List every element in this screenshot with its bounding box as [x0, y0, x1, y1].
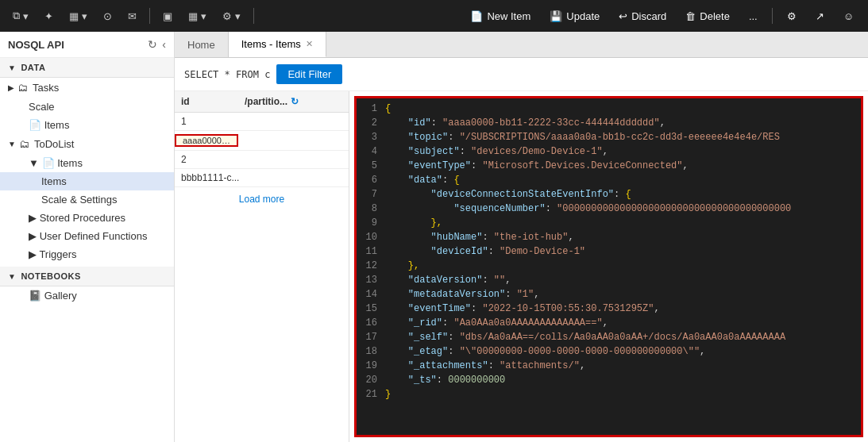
json-line-21: 21 } — [357, 387, 861, 402]
sidebar-header-icons: ↻ ‹ — [148, 38, 166, 51]
tab-close-icon[interactable]: ✕ — [306, 39, 313, 49]
settings-left-button[interactable]: ▣ — [156, 7, 179, 25]
sidebar-title: NOSQL API — [8, 39, 64, 51]
json-line-6: 6 "data": { — [357, 173, 861, 187]
share-icon: ↗ — [816, 10, 824, 22]
json-line-3: 3 "topic": "/SUBSCRIPTIONS/aaaa0a0a-bb1b… — [357, 130, 861, 144]
row-3-partition — [262, 172, 349, 183]
content-area: Home Items - Items ✕ SELECT * FROM c Edi… — [175, 32, 868, 442]
json-line-11: 11 "deviceId": "Demo-Device-1" — [357, 244, 861, 259]
discard-button[interactable]: ↩ Discard — [611, 7, 674, 25]
notebooks-chevron: ▼ — [8, 272, 16, 281]
filter-sql-text: SELECT * FROM c — [184, 69, 270, 80]
gear-right-button[interactable]: ⚙ — [779, 7, 804, 25]
sidebar-item-tasks[interactable]: ▶ 🗂 Tasks — [0, 78, 174, 98]
sidebar-item-udf[interactable]: ▶ User Defined Functions — [0, 227, 174, 245]
load-more-button[interactable]: Load more — [175, 187, 349, 211]
table-row[interactable]: aaaa0000-b... — [175, 131, 349, 151]
sidebar-item-stored-procedures[interactable]: ▶ Stored Procedures — [0, 209, 174, 227]
refresh-table-icon[interactable]: ↻ — [291, 96, 299, 107]
tasks-items-icon: 📄 — [29, 119, 41, 131]
sidebar-header: NOSQL API ↻ ‹ — [0, 32, 174, 58]
json-line-10: 10 "hubName": "the-iot-hub", — [357, 230, 861, 244]
copy-icon: ⧉ — [13, 10, 20, 22]
selected-row-id: aaaa0000-b... — [175, 134, 238, 147]
star-button[interactable]: ✦ — [38, 7, 60, 25]
layout2-button[interactable]: ▦ ▾ — [182, 7, 213, 25]
tabs-bar: Home Items - Items ✕ — [175, 32, 868, 58]
edit-filter-button[interactable]: Edit Filter — [276, 64, 342, 84]
sidebar-notebooks-section[interactable]: ▼ NOTEBOOKS — [0, 267, 174, 286]
data-area: id /partitio... ↻ 1 aaaa0000-b... — [175, 91, 868, 442]
gallery-icon: 📓 — [29, 290, 41, 302]
toolbar-sep-3 — [772, 8, 773, 24]
refresh-icon[interactable]: ↻ — [148, 38, 157, 51]
update-button[interactable]: 💾 Update — [542, 7, 608, 25]
face-icon: ☺ — [843, 10, 854, 22]
toolbar-sep-2 — [253, 8, 254, 24]
gear-right-icon: ⚙ — [787, 10, 797, 22]
layout2-icon: ▦ — [188, 10, 198, 22]
gear-left-button[interactable]: ⚙ ▾ — [216, 7, 247, 25]
new-item-button[interactable]: 📄 New Item — [462, 7, 538, 25]
update-icon: 💾 — [550, 10, 562, 22]
github-button[interactable]: ⊙ — [97, 7, 118, 25]
json-line-9: 9 }, — [357, 216, 861, 230]
main-area: NOSQL API ↻ ‹ ▼ DATA ▶ 🗂 Tasks Scale 📄 I… — [0, 32, 868, 442]
share-button[interactable]: ↗ — [808, 7, 832, 25]
tab-home[interactable]: Home — [175, 32, 229, 57]
copy-button[interactable]: ⧉ ▾ — [6, 6, 35, 25]
toolbar-sep-1 — [149, 8, 150, 24]
table-row[interactable]: 1 — [175, 113, 349, 131]
partition-column-header: /partitio... ↻ — [238, 96, 349, 107]
sidebar-item-todolist[interactable]: ▼ 🗂 ToDoList — [0, 134, 174, 154]
new-item-icon: 📄 — [470, 10, 483, 22]
table-header: id /partitio... ↻ — [175, 91, 349, 113]
json-line-2: 2 "id": "aaaa0000-bb11-2222-33cc-444444d… — [357, 116, 861, 130]
json-line-4: 4 "subject": "devices/Demo-Device-1", — [357, 144, 861, 159]
json-content: 1 { 2 "id": "aaaa0000-bb11-2222-33cc-444… — [357, 98, 861, 435]
json-line-19: 19 "_attachments": "attachments/", — [357, 359, 861, 373]
sp-chevron: ▶ — [29, 212, 37, 224]
sidebar-item-scale-settings[interactable]: Scale & Settings — [0, 190, 174, 209]
todolist-items-chevron: ▼ — [29, 157, 39, 169]
sidebar-item-gallery[interactable]: 📓 Gallery — [0, 286, 174, 305]
tab-items[interactable]: Items - Items ✕ — [229, 32, 326, 57]
delete-button[interactable]: 🗑 Delete — [677, 7, 738, 25]
mail-button[interactable]: ✉ — [122, 7, 143, 25]
filter-bar: SELECT * FROM c Edit Filter — [175, 58, 868, 91]
layout2-chevron: ▾ — [201, 10, 206, 22]
sidebar-item-todolist-items[interactable]: ▼ 📄 Items — [0, 154, 174, 172]
sidebar-item-tasks-items[interactable]: 📄 Items — [0, 116, 174, 134]
more-button[interactable]: ... — [741, 7, 766, 25]
layout-button[interactable]: ▦ ▾ — [63, 7, 94, 25]
sidebar: NOSQL API ↻ ‹ ▼ DATA ▶ 🗂 Tasks Scale 📄 I… — [0, 32, 175, 442]
top-toolbar: ⧉ ▾ ✦ ▦ ▾ ⊙ ✉ ▣ ▦ ▾ ⚙ ▾ 📄 New Item 💾 Upd… — [0, 0, 868, 32]
json-line-13: 13 "dataVersion": "", — [357, 273, 861, 287]
sidebar-data-section[interactable]: ▼ DATA — [0, 58, 174, 78]
json-line-8: 8 "sequenceNumber": "0000000000000000000… — [357, 202, 861, 216]
tasks-chevron: ▶ — [8, 83, 14, 92]
todolist-icon: 🗂 — [19, 138, 29, 150]
table-row[interactable]: 2 — [175, 151, 349, 169]
row-1-id: 1 — [175, 116, 238, 127]
layout-chevron: ▾ — [82, 10, 87, 22]
udf-chevron: ▶ — [29, 230, 37, 242]
row-2-partition — [238, 154, 349, 165]
json-line-18: 18 "_etag": "\"00000000-0000-0000-0000-0… — [357, 344, 861, 359]
triggers-chevron: ▶ — [29, 248, 37, 260]
star-icon: ✦ — [44, 10, 53, 22]
settings-icon: ▣ — [163, 10, 172, 22]
json-line-5: 5 "eventType": "Microsoft.Devices.Device… — [357, 159, 861, 173]
table-row[interactable]: bbbb1111-c... — [175, 169, 349, 187]
selected-row-partition — [238, 134, 349, 147]
sidebar-item-triggers[interactable]: ▶ Triggers — [0, 245, 174, 263]
json-panel: 1 { 2 "id": "aaaa0000-bb11-2222-33cc-444… — [354, 96, 863, 437]
sidebar-item-todolist-items-sub[interactable]: Items — [0, 172, 174, 190]
collapse-icon[interactable]: ‹ — [162, 38, 166, 51]
json-line-15: 15 "eventTime": "2022-10-15T00:55:30.753… — [357, 302, 861, 316]
json-line-14: 14 "metadataVersion": "1", — [357, 287, 861, 302]
face-button[interactable]: ☺ — [835, 7, 862, 25]
toolbar-right: 📄 New Item 💾 Update ↩ Discard 🗑 Delete .… — [462, 7, 862, 25]
sidebar-item-tasks-scale[interactable]: Scale — [0, 98, 174, 116]
